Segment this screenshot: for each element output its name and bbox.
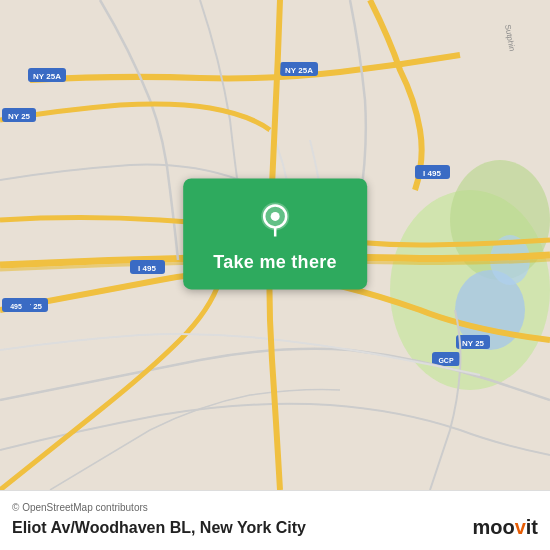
map-container: I 495 I 495 NY 25 NY 25 NY 25A NY 25A 49… [0,0,550,490]
take-me-there-button[interactable]: Take me there [213,252,337,273]
svg-point-28 [271,212,280,221]
svg-text:495: 495 [10,303,22,310]
svg-text:NY 25A: NY 25A [285,66,313,75]
svg-text:I 495: I 495 [138,264,156,273]
osm-credit: © OpenStreetMap contributors [12,502,538,513]
svg-text:NY 25A: NY 25A [33,72,61,81]
take-me-there-overlay: Take me there [183,178,367,289]
svg-text:I 495: I 495 [423,169,441,178]
svg-text:GCP: GCP [438,357,454,364]
svg-text:NY 25: NY 25 [8,112,31,121]
info-bar: © OpenStreetMap contributors Eliot Av/Wo… [0,490,550,550]
svg-text:NY 25: NY 25 [462,339,485,348]
location-title: Eliot Av/Woodhaven BL, New York City [12,519,306,537]
location-pin-icon [253,198,297,242]
green-card: Take me there [183,178,367,289]
moovit-logo: moovit [472,516,538,539]
